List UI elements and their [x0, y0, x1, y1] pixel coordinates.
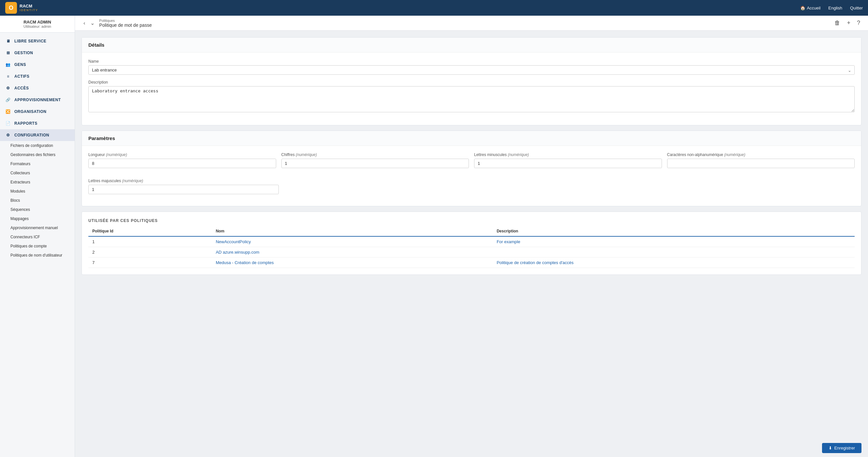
sidebar-sub-item[interactable]: Approvisionnement manuel	[0, 223, 75, 232]
breadcrumb-current: Politique de mot de passe	[99, 23, 831, 28]
footer-bar: ⬇ Enregistrer	[75, 439, 868, 457]
sidebar-sub-item[interactable]: Politiques de nom d'utilisateur	[0, 251, 75, 260]
user-subtitle: Utilisateur: admin	[5, 25, 69, 28]
description-textarea[interactable]: Laboratory entrance access	[88, 86, 855, 112]
sidebar-item-label: ACCÈS	[14, 86, 29, 90]
table-row: 1NewAccountPolicyFor example	[88, 236, 855, 247]
sidebar-item-gestion[interactable]: ⊞ GESTION	[0, 47, 75, 59]
table-head: Politique IdNomDescription	[88, 226, 855, 236]
params-header: Paramètres	[82, 131, 861, 146]
policy-name-link[interactable]: NewAccountPolicy	[216, 239, 251, 244]
sidebar: RACM ADMIN Utilisateur: admin 🖥 LIBRE SE…	[0, 16, 75, 457]
sidebar-item-label: GENS	[14, 62, 26, 67]
save-button[interactable]: ⬇ Enregistrer	[822, 443, 862, 453]
policy-id-cell: 2	[88, 247, 212, 258]
usage-body: UTILISÉE PAR CES POLITIQUES Politique Id…	[82, 212, 861, 275]
policy-name-link[interactable]: Medusa - Création de comptes	[216, 260, 274, 265]
sidebar-item-label: APPROVISIONNEMENT	[14, 97, 61, 102]
sidebar-item-acces[interactable]: ⚙ ACCÈS	[0, 82, 75, 94]
sidebar-item-label: LIBRE SERVICE	[14, 39, 46, 44]
policy-description-cell: Politique de création de comptes d'accès	[493, 258, 855, 268]
chiffres-input[interactable]	[281, 159, 469, 168]
details-header: Détails	[82, 37, 861, 53]
caract-non-alpha-input[interactable]	[667, 159, 855, 168]
policy-description-link[interactable]: Politique de création de comptes d'accès	[497, 260, 574, 265]
expand-button[interactable]: ⌄	[88, 19, 96, 27]
lettres-maj-input[interactable]	[88, 185, 279, 194]
save-icon: ⬇	[829, 446, 832, 451]
sidebar-nav: 🖥 LIBRE SERVICE ⊞ GESTION 👥 GENS ≡ ACTIF…	[0, 33, 75, 262]
params-body: Longueur (numérique) Chiffres (numérique…	[82, 146, 861, 206]
longueur-input[interactable]	[88, 159, 276, 168]
table-header-cell: Description	[493, 226, 855, 236]
delete-button[interactable]: 🗑	[833, 18, 842, 28]
params-grid-top: Longueur (numérique) Chiffres (numérique…	[88, 152, 855, 173]
policy-name-cell: AD azure.winsupp.com	[212, 247, 493, 258]
sidebar-item-label: CONFIGURATION	[14, 133, 49, 137]
policy-id-cell: 7	[88, 258, 212, 268]
breadcrumb-parent: Politiques	[99, 19, 831, 23]
sidebar-item-libre-service[interactable]: 🖥 LIBRE SERVICE	[0, 35, 75, 47]
user-name: RACM ADMIN	[5, 20, 69, 25]
description-group: Description Laboratory entrance access	[88, 80, 855, 113]
lettres-min-input[interactable]	[474, 159, 662, 168]
sidebar-sub-item[interactable]: Fichiers de configuration	[0, 141, 75, 150]
sidebar-sub-item[interactable]: Mappages	[0, 214, 75, 223]
content-area: Détails Name Lab entrance ⌄ Description	[75, 31, 868, 439]
configuration-icon: ⚙	[5, 132, 11, 138]
back-button[interactable]: ‹	[82, 19, 87, 27]
sidebar-sub-item[interactable]: Blocs	[0, 196, 75, 205]
gestion-icon: ⊞	[5, 50, 11, 56]
libre-service-icon: 🖥	[5, 38, 11, 44]
sidebar-sub-item[interactable]: Extracteurs	[0, 178, 75, 187]
sidebar-item-rapports[interactable]: 📄 RAPPORTS	[0, 117, 75, 129]
lettres-min-label: Lettres minuscules (numérique)	[474, 152, 662, 157]
usage-table: Politique IdNomDescription 1NewAccountPo…	[88, 226, 855, 268]
approvisionnement-icon: 🔗	[5, 97, 11, 103]
sidebar-item-configuration[interactable]: ⚙ CONFIGURATION	[0, 129, 75, 141]
sidebar-sub-item[interactable]: Formateurs	[0, 159, 75, 168]
table-header-row: Politique IdNomDescription	[88, 226, 855, 236]
sidebar-sub-item[interactable]: Collecteurs	[0, 168, 75, 178]
usage-card: UTILISÉE PAR CES POLITIQUES Politique Id…	[82, 211, 862, 275]
policy-id-cell: 1	[88, 236, 212, 247]
lettres-min-group: Lettres minuscules (numérique)	[474, 152, 662, 168]
sidebar-sub-item[interactable]: Connecteurs ICF	[0, 232, 75, 241]
usage-section-title: UTILISÉE PAR CES POLITIQUES	[88, 218, 855, 226]
add-button[interactable]: +	[845, 18, 852, 28]
params-card: Paramètres Longueur (numérique) Chiffres…	[82, 131, 862, 206]
table-row: 2AD azure.winsupp.com	[88, 247, 855, 258]
policy-name-link[interactable]: AD azure.winsupp.com	[216, 250, 259, 255]
logo-icon: O	[5, 2, 17, 14]
table-body: 1NewAccountPolicyFor example2AD azure.wi…	[88, 236, 855, 268]
sidebar-item-gens[interactable]: 👥 GENS	[0, 59, 75, 70]
organisation-icon: 🔀	[5, 109, 11, 115]
caract-non-alpha-group: Caractères non-alphanumérique (numérique…	[667, 152, 855, 168]
brand-text: RACM IDENTITY	[20, 4, 38, 12]
sidebar-item-label: ACTIFS	[14, 74, 29, 79]
sidebar-item-organisation[interactable]: 🔀 ORGANISATION	[0, 106, 75, 117]
sidebar-item-label: RAPPORTS	[14, 121, 37, 126]
table-row: 7Medusa - Création de comptesPolitique d…	[88, 258, 855, 268]
longueur-label: Longueur (numérique)	[88, 152, 276, 157]
main-content: ‹ ⌄ Politiques Politique de mot de passe…	[75, 16, 868, 457]
rapports-icon: 📄	[5, 120, 11, 126]
logout-link[interactable]: Quitter	[850, 5, 863, 10]
language-link[interactable]: English	[828, 5, 842, 10]
sidebar-item-approvisionnement[interactable]: 🔗 APPROVISIONNEMENT	[0, 94, 75, 106]
sidebar-item-actifs[interactable]: ≡ ACTIFS	[0, 70, 75, 82]
sidebar-sub-item[interactable]: Politiques de compte	[0, 241, 75, 251]
sidebar-sub-item[interactable]: Gestionnaires des fichiers	[0, 150, 75, 159]
name-select[interactable]: Lab entrance	[88, 65, 855, 75]
sidebar-user: RACM ADMIN Utilisateur: admin	[0, 16, 75, 33]
policy-description-cell: For example	[493, 236, 855, 247]
sidebar-item-label: ORGANISATION	[14, 109, 46, 114]
sidebar-sub-item[interactable]: Modules	[0, 187, 75, 196]
help-button[interactable]: ?	[856, 18, 862, 28]
lettres-maj-label: Lettres majuscules (numérique)	[88, 178, 279, 183]
sidebar-sub-item[interactable]: Séquences	[0, 205, 75, 214]
policy-description-cell	[493, 247, 855, 258]
policy-description-link[interactable]: For example	[497, 239, 520, 244]
home-link[interactable]: 🏠 Accueil	[800, 5, 820, 10]
name-label: Name	[88, 59, 855, 64]
